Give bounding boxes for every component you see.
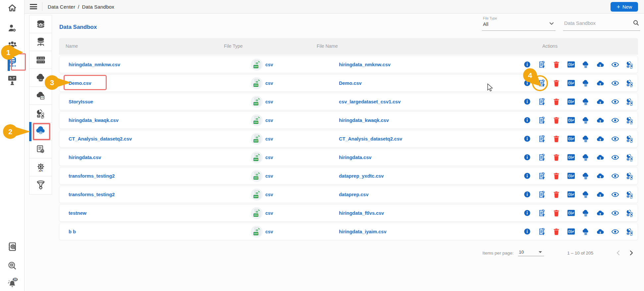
profile-chart-icon[interactable]	[567, 98, 575, 106]
info-icon[interactable]	[523, 98, 531, 106]
transform-cancel-icon[interactable]	[626, 153, 634, 161]
preview-eye-icon[interactable]	[611, 191, 619, 199]
delete-icon[interactable]	[553, 135, 561, 143]
presentation-nav-item[interactable]	[0, 73, 25, 87]
sidebar-item-cloud-code[interactable]: </>	[29, 87, 52, 105]
dataset-name-link[interactable]: hiringdata.csv	[69, 155, 101, 160]
dataset-filter-icon[interactable]	[538, 135, 546, 143]
info-icon[interactable]	[523, 79, 531, 87]
file-name-link[interactable]: CT_Analysis_datasetq2.csv	[339, 136, 402, 142]
info-icon[interactable]	[523, 209, 531, 217]
file-name-link[interactable]: Demo.csv	[339, 81, 362, 86]
dataset-name-link[interactable]: CT_Analysis_datasetq2.csv	[69, 136, 132, 142]
info-icon[interactable]	[523, 135, 531, 143]
profile-chart-icon[interactable]	[567, 135, 575, 143]
sidebar-item-data-sandbox-selected[interactable]	[29, 123, 52, 141]
transform-cancel-icon[interactable]	[626, 79, 634, 87]
preview-eye-icon[interactable]	[611, 135, 619, 143]
cloud-database-icon[interactable]	[582, 209, 590, 217]
preview-eye-icon[interactable]	[611, 116, 619, 124]
info-icon[interactable]	[523, 191, 531, 199]
cloud-upload-icon[interactable]	[596, 172, 604, 180]
user-admin-nav-item[interactable]	[0, 21, 25, 35]
info-icon[interactable]	[523, 153, 531, 161]
dataset-filter-icon[interactable]	[538, 153, 546, 161]
preview-eye-icon[interactable]	[611, 61, 619, 69]
profile-chart-icon[interactable]	[567, 153, 575, 161]
profile-chart-icon[interactable]	[567, 116, 575, 124]
file-name-link[interactable]: hiringdata_kwaqk.csv	[339, 118, 389, 123]
cloud-upload-icon[interactable]	[596, 116, 604, 124]
audit-log-nav-item[interactable]	[0, 240, 25, 255]
dataset-filter-icon[interactable]	[538, 98, 546, 106]
dataset-name-link[interactable]: transforms_testing2	[69, 192, 115, 197]
next-page-button[interactable]	[625, 246, 638, 260]
sidebar-item-data-transforms[interactable]	[29, 105, 52, 123]
dataset-name-link[interactable]: hiringdata_kwaqk.csv	[69, 118, 119, 123]
data-center-nav-item-selected[interactable]	[0, 55, 25, 70]
sidebar-item-data-center-home[interactable]	[29, 15, 52, 33]
file-name-link[interactable]: hiringdata_ftlvs.csv	[339, 210, 384, 216]
items-per-page-select[interactable]: 10	[518, 250, 544, 256]
cloud-database-icon[interactable]	[582, 98, 590, 106]
profile-chart-icon[interactable]	[567, 228, 575, 236]
sidebar-item-process-settings[interactable]	[29, 141, 52, 158]
cloud-database-icon[interactable]	[582, 228, 590, 236]
dataset-name-link[interactable]: b b	[69, 229, 76, 234]
delete-icon[interactable]	[553, 172, 561, 180]
cloud-database-icon[interactable]	[582, 172, 590, 180]
dataset-name-link[interactable]: StoryIssue	[69, 99, 93, 104]
file-name-link[interactable]: hiringdata_iyaim.csv	[339, 229, 386, 234]
cloud-database-icon[interactable]	[582, 153, 590, 161]
dataset-name-link[interactable]: hiringdata_nmknw.csv	[69, 62, 120, 67]
transform-cancel-icon[interactable]	[626, 172, 634, 180]
cloud-database-icon[interactable]	[582, 191, 590, 199]
data-search-nav-item[interactable]	[0, 259, 25, 273]
dataset-filter-icon[interactable]	[538, 61, 546, 69]
dataset-name-link[interactable]: Demo.csv	[69, 81, 91, 86]
delete-icon[interactable]	[553, 228, 561, 236]
sidebar-item-data-sources[interactable]	[29, 33, 52, 51]
file-name-link[interactable]: dataprep_yxdtc.csv	[339, 173, 384, 179]
sidebar-item-pipeline-settings[interactable]	[29, 176, 52, 194]
dataset-name-link[interactable]: transforms_testing2	[69, 173, 115, 179]
cloud-upload-icon[interactable]	[596, 209, 604, 217]
cloud-upload-icon[interactable]	[596, 135, 604, 143]
info-icon[interactable]	[523, 172, 531, 180]
breadcrumb-data-center[interactable]: Data Center	[48, 4, 75, 10]
transform-cancel-icon[interactable]	[626, 209, 634, 217]
cloud-upload-icon[interactable]	[596, 191, 604, 199]
file-name-link[interactable]: hiringdata_nmknw.csv	[339, 62, 391, 67]
transform-cancel-icon[interactable]	[626, 98, 634, 106]
info-icon[interactable]	[523, 116, 531, 124]
delete-icon[interactable]	[553, 79, 561, 87]
delete-icon[interactable]	[553, 116, 561, 124]
profile-chart-icon[interactable]	[567, 172, 575, 180]
new-button[interactable]: + New	[611, 2, 638, 12]
cloud-upload-icon[interactable]	[596, 228, 604, 236]
cloud-database-icon[interactable]	[582, 79, 590, 87]
sidebar-item-data-marts[interactable]	[29, 51, 52, 69]
notifications-nav-item[interactable]: 20	[0, 275, 25, 290]
dataset-filter-icon[interactable]	[538, 172, 546, 180]
profile-chart-icon[interactable]	[567, 61, 575, 69]
preview-eye-icon[interactable]	[611, 228, 619, 236]
info-icon[interactable]	[523, 228, 531, 236]
dataset-filter-icon[interactable]	[538, 209, 546, 217]
dataset-filter-icon[interactable]	[538, 116, 546, 124]
delete-icon[interactable]	[553, 61, 561, 69]
info-icon[interactable]	[523, 61, 531, 69]
file-type-filter[interactable]: File Type All	[482, 16, 556, 31]
transform-cancel-icon[interactable]	[626, 135, 634, 143]
delete-icon[interactable]	[553, 191, 561, 199]
preview-eye-icon[interactable]	[611, 172, 619, 180]
search-icon[interactable]	[633, 20, 639, 26]
file-name-link[interactable]: csv_largedataset_csv1.csv	[339, 99, 401, 104]
cloud-database-icon[interactable]	[582, 135, 590, 143]
transform-cancel-icon[interactable]	[626, 228, 634, 236]
preview-eye-icon[interactable]	[611, 98, 619, 106]
cloud-database-icon[interactable]	[582, 61, 590, 69]
delete-icon[interactable]	[553, 98, 561, 106]
sidebar-item-api-settings[interactable]: API	[29, 158, 52, 176]
previous-page-button[interactable]	[612, 246, 625, 260]
